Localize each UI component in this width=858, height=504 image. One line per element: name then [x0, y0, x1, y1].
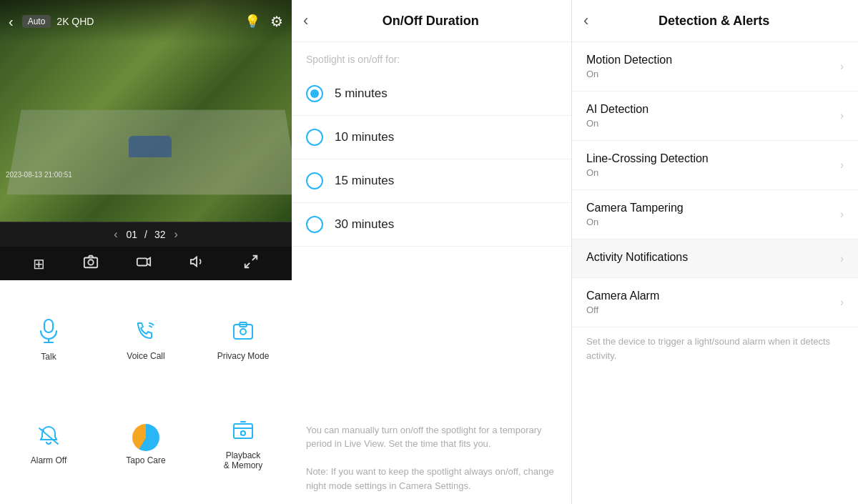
detection-alerts-header: ‹ Detection & Alerts — [572, 0, 858, 42]
line-crossing-name: Line-Crossing Detection — [586, 152, 840, 165]
prev-page-button[interactable]: ‹ — [114, 228, 117, 241]
settings-icon[interactable]: ⚙ — [270, 14, 283, 29]
activity-notifications-name: Activity Notifications — [586, 251, 840, 264]
duration-5min-label: 5 minutes — [335, 87, 388, 101]
motion-detection-chevron: › — [840, 60, 844, 73]
duration-option-10min[interactable]: 10 minutes — [292, 116, 571, 159]
line-crossing-item[interactable]: Line-Crossing Detection On › — [572, 141, 858, 190]
playback-memory-icon — [231, 418, 255, 446]
motion-detection-status: On — [586, 69, 840, 79]
scene-car — [129, 136, 172, 157]
camera-alarm-status: Off — [586, 305, 840, 315]
camera-overlay: ‹ Auto 2K QHD 💡 ⚙ — [0, 0, 292, 43]
radio-15min — [306, 172, 323, 189]
tapo-care-icon — [132, 424, 159, 451]
talk-icon — [37, 318, 60, 347]
svg-line-4 — [252, 256, 257, 260]
line-crossing-status: On — [586, 167, 840, 178]
duration-options-list: 5 minutes 10 minutes 15 minutes 30 minut… — [292, 72, 571, 412]
voice-call-label: Voice Call — [127, 351, 164, 361]
middle-panel: ‹ On/Off Duration Spotlight is on/off fo… — [292, 0, 572, 504]
camera-alarm-name: Camera Alarm — [586, 290, 840, 302]
camera-tampering-info: Camera Tampering On — [586, 202, 840, 227]
on-off-subtitle: Spotlight is on/off for: — [292, 42, 571, 72]
camera-timestamp: 2023-08-13 21:00:51 — [6, 171, 72, 179]
activity-notifications-info: Activity Notifications — [586, 251, 840, 266]
svg-line-5 — [245, 263, 249, 267]
radio-30min — [306, 216, 323, 233]
detection-back-button[interactable]: ‹ — [583, 11, 588, 30]
action-tapo-care[interactable]: Tapo Care — [97, 392, 194, 498]
action-privacy-mode[interactable]: Privacy Mode — [194, 287, 292, 392]
activity-notifications-chevron: › — [840, 252, 844, 265]
on-off-duration-title: On/Off Duration — [317, 14, 544, 29]
duration-option-30min[interactable]: 30 minutes — [292, 203, 571, 247]
ai-detection-status: On — [586, 118, 840, 129]
note-text-2: Note: If you want to keep the spotlight … — [306, 465, 557, 493]
alarm-off-label: Alarm Off — [31, 455, 66, 465]
alarm-off-icon — [36, 424, 61, 451]
action-voice-call[interactable]: Voice Call — [97, 287, 194, 392]
duration-option-5min[interactable]: 5 minutes — [292, 72, 571, 116]
activity-notifications-item[interactable]: Activity Notifications › — [572, 239, 858, 278]
talk-label: Talk — [41, 352, 56, 362]
privacy-mode-icon — [231, 319, 255, 347]
radio-10min — [306, 129, 323, 146]
resolution-label: 2K QHD — [56, 16, 94, 27]
detection-items-list: Motion Detection On › AI Detection On › … — [572, 42, 858, 504]
ai-detection-chevron: › — [840, 109, 844, 122]
tapo-care-label: Tapo Care — [126, 455, 165, 465]
bulb-icon[interactable]: 💡 — [245, 14, 260, 29]
control-icons-row: ⊞ — [0, 247, 292, 280]
fullscreen-icon[interactable] — [243, 254, 259, 273]
camera-controls-bar: ‹ 01/32 › — [0, 222, 292, 247]
line-crossing-info: Line-Crossing Detection On — [586, 152, 840, 178]
svg-rect-6 — [44, 320, 53, 332]
camera-tampering-item[interactable]: Camera Tampering On › — [572, 190, 858, 239]
volume-icon[interactable] — [189, 254, 205, 273]
duration-15min-label: 15 minutes — [335, 174, 394, 188]
camera-tampering-status: On — [586, 217, 840, 227]
privacy-mode-label: Privacy Mode — [217, 351, 270, 361]
camera-alarm-info: Camera Alarm Off — [586, 290, 840, 315]
camera-alarm-note: Set the device to trigger a light/sound … — [572, 327, 858, 374]
voice-call-icon — [134, 319, 158, 347]
svg-point-10 — [240, 329, 246, 335]
ai-detection-name: AI Detection — [586, 103, 840, 116]
svg-point-1 — [88, 260, 93, 265]
motion-detection-name: Motion Detection — [586, 54, 840, 66]
action-talk[interactable]: Talk — [0, 287, 97, 392]
svg-rect-2 — [137, 258, 147, 265]
on-off-duration-header: ‹ On/Off Duration — [292, 0, 571, 42]
auto-badge: Auto — [22, 15, 51, 28]
camera-top-icons: 💡 ⚙ — [245, 13, 283, 30]
camera-back-button[interactable]: ‹ — [9, 14, 14, 30]
grid-view-icon[interactable]: ⊞ — [33, 255, 45, 272]
svg-rect-15 — [240, 431, 242, 435]
note-text-1: You can manually turn on/off the spotlig… — [306, 423, 557, 451]
page-current: 01 — [126, 229, 137, 240]
camera-alarm-item[interactable]: Camera Alarm Off › — [572, 278, 858, 327]
line-crossing-chevron: › — [840, 159, 844, 172]
camera-feed: ‹ Auto 2K QHD 💡 ⚙ 2023-08-13 21:00:51 — [0, 0, 292, 222]
duration-10min-label: 10 minutes — [335, 130, 394, 144]
action-alarm-off[interactable]: Alarm Off — [0, 392, 97, 498]
on-off-back-button[interactable]: ‹ — [303, 11, 308, 30]
playback-memory-label: Playback& Memory — [224, 450, 263, 471]
action-playback-memory[interactable]: Playback& Memory — [194, 392, 292, 498]
motion-detection-item[interactable]: Motion Detection On › — [572, 42, 858, 92]
radio-5min — [306, 85, 323, 102]
next-page-button[interactable]: › — [174, 228, 178, 241]
svg-marker-3 — [191, 257, 197, 267]
detection-alerts-title: Detection & Alerts — [597, 14, 831, 29]
page-indicator: 01/32 — [126, 229, 165, 240]
page-total: 32 — [154, 229, 166, 240]
ai-detection-item[interactable]: AI Detection On › — [572, 92, 858, 141]
duration-option-15min[interactable]: 15 minutes — [292, 159, 571, 203]
record-icon[interactable] — [136, 254, 152, 273]
right-panel: ‹ Detection & Alerts Motion Detection On… — [572, 0, 858, 504]
snapshot-icon[interactable] — [83, 254, 99, 273]
left-panel: ‹ Auto 2K QHD 💡 ⚙ 2023-08-13 21:00:51 ‹ … — [0, 0, 292, 504]
camera-alarm-chevron: › — [840, 296, 844, 309]
spotlight-note: You can manually turn on/off the spotlig… — [292, 412, 571, 505]
